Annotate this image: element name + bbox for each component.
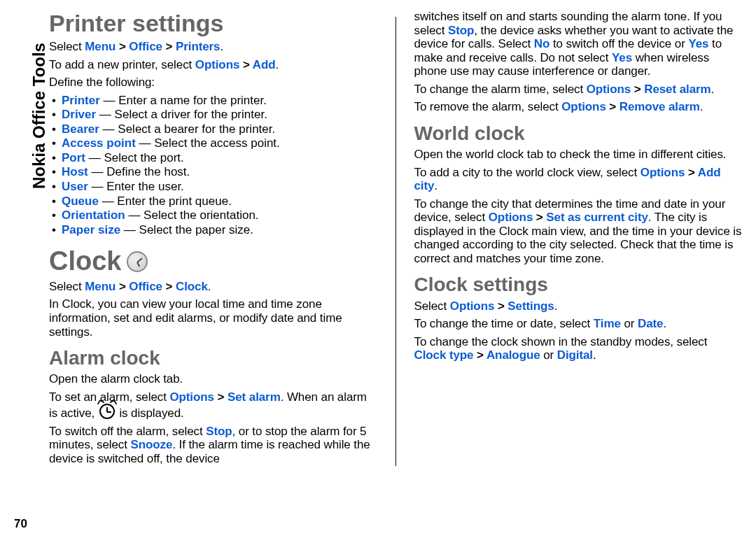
define-following: Define the following: bbox=[49, 76, 377, 90]
two-column-layout: Printer settings Select Menu > Office > … bbox=[28, 0, 742, 470]
cs-timedate: To change the time or date, select Time … bbox=[414, 317, 742, 331]
list-item: Printer — Enter a name for the printer. bbox=[49, 94, 377, 108]
right-column: switches itself on and starts sounding t… bbox=[414, 7, 742, 470]
alarm-set: To set an alarm, select Options > Set al… bbox=[49, 390, 377, 420]
printer-options-list: Printer — Enter a name for the printer. … bbox=[49, 94, 377, 236]
world-open: Open the world clock tab to check the ti… bbox=[414, 148, 742, 162]
printer-select-path: Select Menu > Office > Printers. bbox=[49, 40, 377, 54]
page-number: 70 bbox=[14, 517, 27, 531]
printer-settings-heading: Printer settings bbox=[49, 10, 377, 37]
alarm-open: Open the alarm clock tab. bbox=[49, 372, 377, 386]
world-add-city: To add a city to the world clock view, s… bbox=[414, 166, 742, 193]
cs-clock-type: To change the clock shown in the standby… bbox=[414, 335, 742, 362]
printer-add-path: To add a new printer, select Options > A… bbox=[49, 58, 377, 72]
list-item: Queue — Enter the print queue. bbox=[49, 194, 377, 208]
side-label-container: Nokia Office Tools bbox=[6, 0, 34, 224]
clock-icon bbox=[127, 251, 148, 272]
side-label: Nokia Office Tools bbox=[29, 43, 49, 189]
clock-heading: Clock bbox=[49, 246, 121, 277]
alarm-remove: To remove the alarm, select Options > Re… bbox=[414, 100, 742, 114]
alarm-continuation: switches itself on and starts sounding t… bbox=[414, 10, 742, 78]
clock-heading-row: Clock bbox=[49, 246, 377, 277]
alarm-change: To change the alarm time, select Options… bbox=[414, 83, 742, 97]
world-set-current: To change the city that determines the t… bbox=[414, 197, 742, 266]
list-item: Orientation — Select the orientation. bbox=[49, 208, 377, 222]
world-clock-heading: World clock bbox=[414, 122, 742, 145]
list-item: Host — Define the host. bbox=[49, 165, 377, 179]
alarm-switch: To switch off the alarm, select Stop, or… bbox=[49, 425, 377, 466]
clock-select-path: Select Menu > Office > Clock. bbox=[49, 280, 377, 294]
alarm-icon bbox=[99, 404, 115, 419]
list-item: Bearer — Select a bearer for the printer… bbox=[49, 122, 377, 136]
column-separator bbox=[396, 17, 396, 466]
list-item: Access point — Select the access point. bbox=[49, 136, 377, 150]
cs-select: Select Options > Settings. bbox=[414, 299, 742, 313]
list-item: Port — Select the port. bbox=[49, 151, 377, 165]
list-item: Paper size — Select the paper size. bbox=[49, 223, 377, 237]
left-column: Printer settings Select Menu > Office > … bbox=[49, 7, 377, 470]
clock-intro: In Clock, you can view your local time a… bbox=[49, 297, 377, 339]
list-item: User — Enter the user. bbox=[49, 180, 377, 194]
manual-page: Nokia Office Tools 70 Printer settings S… bbox=[0, 0, 756, 545]
alarm-clock-heading: Alarm clock bbox=[49, 347, 377, 369]
clock-settings-heading: Clock settings bbox=[414, 274, 742, 296]
list-item: Driver — Select a driver for the printer… bbox=[49, 108, 377, 122]
